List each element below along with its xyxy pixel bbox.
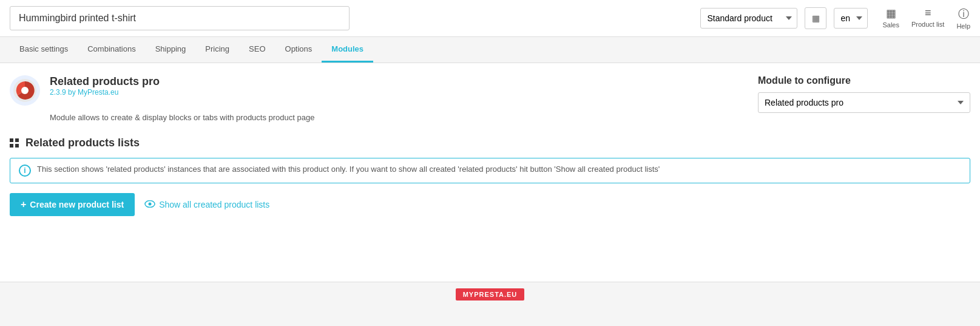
actions-row: + Create new product list Show all creat… [10,193,970,216]
sales-action[interactable]: ▦ Sales [882,7,899,30]
show-all-product-lists-button[interactable]: Show all created product lists [144,200,269,209]
module-info: Related products pro 2.3.9 by MyPresta.e… [50,75,160,97]
help-icon: ⓘ [958,7,969,21]
tab-shipping[interactable]: Shipping [146,37,196,63]
product-icon: ▦ [812,13,820,23]
top-bar: Standard product ▦ en ▦ Sales ≡ Product … [0,0,980,37]
tab-basic-settings[interactable]: Basic settings [10,37,78,63]
module-icon [10,75,40,106]
product-icon-btn[interactable]: ▦ [805,7,826,29]
sales-label: Sales [882,21,899,29]
grid-icon [10,138,19,148]
configure-section: Module to configure Related products pro [758,75,970,113]
configure-select[interactable]: Related products pro [758,92,970,113]
svg-point-3 [149,203,152,206]
info-box: i This section shows 'related products' … [10,158,970,183]
product-list-label: Product list [911,21,944,28]
module-version: 2.3.9 by MyPresta.eu [50,88,160,97]
product-list-action[interactable]: ≡ Product list [911,7,944,30]
lang-select[interactable]: en [834,8,868,29]
footer-badge: MYPRESTA.EU [456,288,525,301]
module-left: Related products pro 2.3.9 by MyPresta.e… [10,75,160,106]
svg-point-1 [21,87,29,94]
tab-combinations[interactable]: Combinations [78,37,146,63]
product-type-select[interactable]: Standard product [700,8,797,29]
eye-icon [144,200,155,209]
tabs-bar: Basic settings Combinations Shipping Pri… [0,37,980,63]
tab-modules[interactable]: Modules [322,37,373,63]
module-header-row: Related products pro 2.3.9 by MyPresta.e… [10,75,970,113]
footer: MYPRESTA.EU [0,282,980,307]
help-action[interactable]: ⓘ Help [956,7,970,30]
section-title: Related products lists [10,137,970,149]
module-description: Module allows to create & display blocks… [50,113,970,122]
configure-label: Module to configure [758,75,970,86]
top-actions: ▦ Sales ≡ Product list ⓘ Help [882,7,970,30]
info-circle-icon: i [19,165,31,177]
product-title-input[interactable] [10,6,350,30]
tab-options[interactable]: Options [275,37,322,63]
product-lists-section: Related products lists i This section sh… [10,137,970,216]
create-product-list-button[interactable]: + Create new product list [10,193,135,216]
plus-icon: + [21,199,26,210]
list-icon: ≡ [925,7,931,19]
tab-pricing[interactable]: Pricing [195,37,239,63]
section-title-text: Related products lists [25,137,140,149]
show-btn-label: Show all created product lists [159,200,269,209]
help-label: Help [956,22,970,30]
module-name: Related products pro [50,75,160,88]
bar-chart-icon: ▦ [886,7,896,20]
main-content: Related products pro 2.3.9 by MyPresta.e… [0,63,980,282]
info-text: This section shows 'related products' in… [37,165,660,174]
tab-seo[interactable]: SEO [239,37,275,63]
module-logo-svg [13,78,37,103]
create-btn-label: Create new product list [30,200,124,209]
